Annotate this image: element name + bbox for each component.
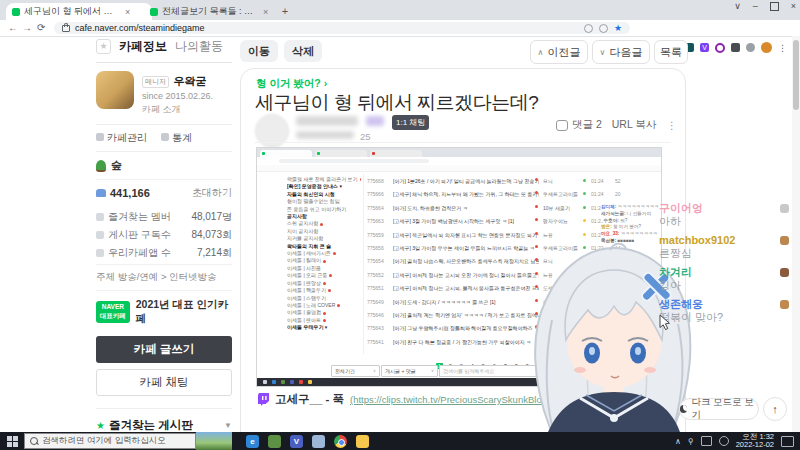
taskbar-app-file-explorer[interactable]	[356, 435, 369, 448]
nested-board-item[interactable]: 지커블 공지사항	[287, 235, 361, 242]
browser-profile-avatar[interactable]	[761, 42, 772, 53]
scroll-top-button[interactable]: ↑	[763, 397, 787, 421]
tab-cafe-info[interactable]: 카페정보	[119, 38, 167, 55]
nested-chat-username: 새가되는꿀:	[601, 211, 627, 216]
nested-post-number: 775666	[367, 191, 389, 197]
nested-board-item[interactable]: 지이 공지사항	[287, 228, 361, 235]
nested-board-item[interactable]: 자들의 최신인의 시청	[287, 191, 361, 198]
back-icon[interactable]: ←	[8, 22, 18, 33]
zoom-icon[interactable]	[584, 24, 593, 33]
new-tab-button[interactable]: +	[278, 4, 292, 18]
taskbar-app-chrome[interactable]	[334, 435, 347, 448]
extensions-puzzle-icon[interactable]	[746, 43, 755, 52]
nested-board-item[interactable]: 이세돌 | 스탬두기	[287, 295, 361, 302]
list-button[interactable]: 목록	[654, 40, 688, 64]
taskbar-apps: eV	[246, 435, 369, 448]
delete-post-button[interactable]: 삭제	[284, 40, 322, 62]
nested-board-item[interactable]: 왁물원 새로 전체 올라온거 보기	[287, 176, 361, 183]
nested-board-item[interactable]: 이세돌 | 오피 근둥	[287, 272, 361, 279]
close-icon[interactable]: ×	[791, 1, 796, 11]
one-to-one-chat-badge[interactable]: 1:1 채팅	[392, 115, 429, 130]
cafe-manage-link[interactable]: 카페관리	[96, 131, 147, 145]
prev-post-button[interactable]: ∧이전글	[530, 40, 588, 64]
extension-icon[interactable]: V	[700, 43, 709, 52]
browser-tab-active[interactable]: 세구님이 형 뒤에서 찌르겠: ×	[6, 3, 152, 20]
browser-menu-icon[interactable]: ⋮	[778, 43, 788, 53]
minimize-icon[interactable]: –	[753, 1, 758, 11]
refresh-icon[interactable]: ⟳	[37, 22, 45, 33]
tray-link-icon[interactable]: ⚲	[688, 437, 694, 446]
browser-tab[interactable]: 전체글보기 목록들 : 종합 게시 ×	[144, 3, 284, 20]
taskbar-clock[interactable]: 오전 1:322022-12-02	[736, 433, 774, 450]
keyboard-icon[interactable]	[701, 436, 712, 446]
chevron-down-icon[interactable]: ▼	[224, 421, 232, 430]
taskbar-app-paint-3d[interactable]	[312, 435, 325, 448]
nested-board-item[interactable]: 이세돌 우테우기 ▾	[287, 324, 361, 331]
extension-icon[interactable]	[731, 43, 740, 52]
extension-icon[interactable]	[715, 43, 725, 53]
manager-name[interactable]: 우왁굳	[173, 75, 206, 87]
url-copy-button[interactable]: URL 복사	[612, 118, 657, 132]
nested-board-item[interactable]: 이세돌 | 릴레이	[287, 257, 361, 264]
nested-board-item[interactable]: 스위 공지사항	[287, 220, 361, 227]
comment-count[interactable]: 댓글 2	[556, 118, 602, 132]
chat-message: 생존해웅떡볶이 맞아?	[659, 298, 793, 324]
new-post-badge	[360, 178, 361, 181]
taskbar-app-visual-studio[interactable]: V	[290, 435, 303, 448]
tray-status-icon[interactable]	[719, 436, 729, 446]
nested-chat-text: ㅋㅋㅋㅋㅋㅋㅋㅋㅋㅋ	[618, 204, 659, 209]
maximize-icon[interactable]	[770, 2, 779, 11]
nested-board-item[interactable]: 왁타들의 지휘 큰 술	[287, 243, 361, 250]
forward-icon[interactable]: →	[22, 22, 32, 33]
tab-close-icon[interactable]: ×	[125, 7, 130, 17]
post-category-link[interactable]: 형 이거 봤어? ›	[256, 77, 327, 91]
chat-text: 아하	[659, 215, 793, 228]
nested-scope-select[interactable]: 게시글 + 댓글∨	[381, 365, 438, 377]
weather-widget[interactable]	[196, 432, 232, 450]
nested-board-item[interactable]: 공지사항	[287, 213, 361, 220]
nested-chat-text: 뭐?	[620, 218, 627, 223]
tab-my-activity[interactable]: 나의활동	[175, 38, 223, 55]
cafe-write-button[interactable]: 카페 글쓰기	[96, 336, 232, 363]
forest-label[interactable]: 숲	[111, 158, 122, 173]
nested-post-row[interactable]: 775666[고세구] 채닉 하으제, 지느부터 왜 가봤는 가위, 그 하태는…	[367, 191, 655, 204]
nested-board-item[interactable]: 이세돌 | 팬망상	[287, 280, 361, 287]
cafe-stats-link[interactable]: 통계	[161, 131, 192, 145]
start-button[interactable]	[0, 432, 24, 450]
favorite-star-icon[interactable]: ★	[96, 39, 111, 54]
scrollbar-thumb[interactable]	[793, 40, 799, 110]
nested-board-item[interactable]: 이세돌 | 사진움	[287, 265, 361, 272]
nested-board-item[interactable]: 형이정 떨출수없는 힘임	[287, 198, 361, 205]
nested-board-item[interactable]: 이세돌 | 팬아트	[287, 317, 361, 324]
tab-close-icon[interactable]: ×	[263, 7, 268, 17]
notification-center-icon[interactable]	[781, 436, 794, 447]
tray-chevron-up-icon[interactable]: ∧	[675, 437, 681, 446]
chevron-down-icon[interactable]: ∨	[734, 1, 741, 11]
next-post-button[interactable]: ∨다음글	[592, 40, 650, 64]
invite-link[interactable]: 초대하기	[192, 186, 232, 200]
nested-board-item[interactable]: 이세돌 | 월명컵	[287, 309, 361, 316]
nested-board-item[interactable]: 즌 중듬을 쉬고 이야기하기	[287, 206, 361, 213]
move-post-button[interactable]: 이동	[240, 40, 278, 62]
author-badge-blurred	[366, 116, 384, 126]
taskbar-app-minecraft[interactable]	[268, 435, 281, 448]
nested-board-item[interactable]: [확인] 운영중점 안내스 ▾	[287, 183, 361, 190]
taskbar-search[interactable]: 검색하려면 여기에 입력하십시오	[24, 433, 196, 449]
new-post-badge	[337, 304, 340, 307]
more-options-icon[interactable]: ⋮	[666, 119, 677, 131]
nested-board-item[interactable]: 이세돌 | 짹을두기	[287, 287, 361, 294]
url-bar[interactable]: cafe.naver.com/steamindiegame ★	[54, 22, 630, 34]
share-icon[interactable]	[599, 24, 608, 33]
page-scrollbar[interactable]	[792, 36, 800, 432]
nested-post-row[interactable]: 775668[아가] 1분26초 / 아기 되기! 얼티 공급에서 놀라웠는데 …	[367, 178, 655, 191]
nested-board-item[interactable]: 이세돌 | 세터가시즌	[287, 250, 361, 257]
nested-period-select[interactable]: 전체기간∨	[331, 365, 380, 377]
post-title: 세구님이 형 뒤에서 찌르겠다는데?	[255, 90, 538, 116]
cafe-chat-button[interactable]: 카페 채팅	[96, 369, 232, 396]
dark-mode-button[interactable]: 다크 모드로 보기	[679, 398, 759, 420]
cafe-intro-link[interactable]: 카페 소개	[142, 103, 213, 116]
taskbar-app-edge[interactable]: e	[246, 435, 259, 448]
bookmark-star-icon[interactable]: ★	[614, 23, 622, 33]
browser-toolbar: ← → ⟳ cafe.naver.com/steamindiegame ★ V …	[0, 20, 800, 37]
nested-board-item[interactable]: 이세돌 | 노래 COVER	[287, 302, 361, 309]
